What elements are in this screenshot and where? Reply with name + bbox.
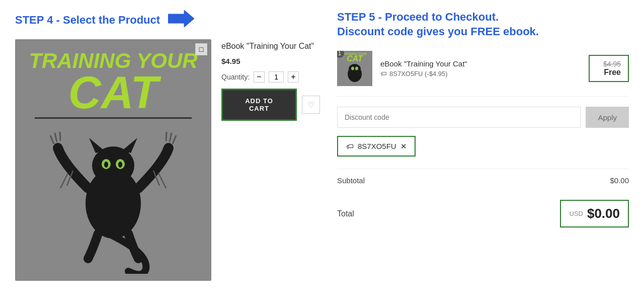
cart-item-discount-row: 🏷 8S7XO5FU (-$4.95) xyxy=(380,70,581,78)
total-amount-box: USD $0.00 xyxy=(560,200,629,227)
discount-tag-icon: 🏷 xyxy=(346,142,354,150)
cat-illustration xyxy=(48,123,179,274)
svg-point-22 xyxy=(355,66,358,70)
svg-line-10 xyxy=(55,133,57,142)
book-divider xyxy=(35,117,192,119)
discount-row: Apply xyxy=(337,107,629,128)
svg-line-15 xyxy=(60,173,68,188)
svg-point-20 xyxy=(349,64,361,74)
add-to-cart-button[interactable]: ADD TO CART xyxy=(221,89,297,121)
cart-item-price-area: $4.95 Free xyxy=(589,55,629,82)
apply-button[interactable]: Apply xyxy=(586,107,629,128)
quantity-increase-button[interactable]: + xyxy=(288,71,299,83)
svg-marker-4 xyxy=(122,138,137,153)
svg-line-9 xyxy=(50,135,54,144)
cart-item-row: 1 TRAINING YOUR CAT eBook "Training Your… xyxy=(337,51,629,97)
total-amount: $0.00 xyxy=(587,206,620,221)
discount-tag-row: 🏷 8S7XO5FU ✕ xyxy=(337,136,629,157)
subtotal-value: $0.00 xyxy=(610,176,629,185)
cart-item-name: eBook "Training Your Cat" xyxy=(380,59,581,68)
currency-label: USD xyxy=(569,210,583,217)
step5-heading: STEP 5 - Proceed to Checkout. Discount c… xyxy=(337,10,629,39)
left-panel: STEP 4 - Select the Product □ TRAINING Y… xyxy=(0,0,322,306)
book-cover: □ TRAINING YOUR CAT xyxy=(15,39,211,281)
cart-thumbnail: 1 TRAINING YOUR CAT xyxy=(337,51,372,86)
total-row: Total USD $0.00 xyxy=(337,192,629,236)
svg-line-13 xyxy=(170,133,172,142)
cart-item-original-price: $4.95 xyxy=(603,60,621,68)
tag-icon: 🏷 xyxy=(380,70,387,78)
subtotal-row: Subtotal $0.00 xyxy=(337,169,629,192)
product-price: $4.95 xyxy=(221,57,320,65)
svg-point-8 xyxy=(118,162,122,168)
svg-point-21 xyxy=(351,66,354,70)
svg-line-17 xyxy=(158,173,166,188)
product-info: eBook "Training Your Cat" $4.95 Quantity… xyxy=(221,39,320,121)
quantity-label: Quantity: xyxy=(221,73,250,81)
wishlist-corner-icon[interactable]: □ xyxy=(195,43,207,55)
subtotal-label: Subtotal xyxy=(337,176,365,185)
cart-item-details: eBook "Training Your Cat" 🏷 8S7XO5FU (-$… xyxy=(380,59,581,78)
quantity-row: Quantity: − + xyxy=(221,71,320,83)
svg-point-2 xyxy=(92,146,134,185)
quantity-input[interactable] xyxy=(269,71,284,83)
svg-line-14 xyxy=(166,132,167,141)
total-label: Total xyxy=(337,209,354,218)
svg-point-7 xyxy=(104,162,108,168)
cart-item-discount-code: 8S7XO5FU (-$4.95) xyxy=(389,70,448,78)
svg-line-12 xyxy=(173,135,176,144)
step4-heading: STEP 4 - Select the Product xyxy=(15,10,307,30)
svg-line-11 xyxy=(60,132,60,141)
svg-marker-3 xyxy=(89,138,104,153)
remove-discount-button[interactable]: ✕ xyxy=(400,142,407,150)
step5-title-line2: Discount code gives you FREE ebook. xyxy=(337,25,539,38)
applied-discount-badge: 🏷 8S7XO5FU ✕ xyxy=(337,136,416,157)
product-area: □ TRAINING YOUR CAT xyxy=(15,39,307,281)
book-title-line2: CAT xyxy=(68,72,158,113)
cart-thumbnail-cat xyxy=(342,63,367,83)
discount-code-input[interactable] xyxy=(337,107,581,128)
step5-title-line1: STEP 5 - Proceed to Checkout. xyxy=(337,11,499,23)
quantity-decrease-button[interactable]: − xyxy=(254,71,265,83)
applied-discount-code: 8S7XO5FU xyxy=(358,142,396,150)
step4-title: STEP 4 - Select the Product xyxy=(15,14,160,27)
wishlist-button[interactable]: ♡ xyxy=(302,96,320,114)
right-panel: STEP 5 - Proceed to Checkout. Discount c… xyxy=(322,0,644,306)
action-row: ADD TO CART ♡ xyxy=(221,89,320,121)
svg-marker-0 xyxy=(168,10,194,27)
cart-item-discounted-price: Free xyxy=(604,68,621,77)
arrow-icon xyxy=(168,10,194,30)
product-title: eBook "Training Your Cat" xyxy=(221,42,320,51)
